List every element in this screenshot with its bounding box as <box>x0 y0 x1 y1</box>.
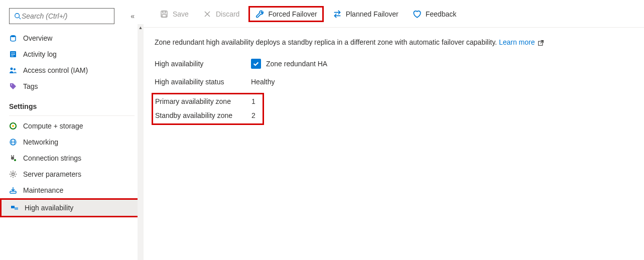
scroll-up-arrow[interactable]: ▲ <box>138 24 144 31</box>
planned-failover-button[interactable]: Planned Failover <box>328 8 404 21</box>
nav-label: Overview <box>23 34 52 42</box>
field-label: Standby availability zone <box>155 111 251 119</box>
field-primary-zone: Primary availability zone 1 <box>155 97 255 105</box>
sidebar-item-networking[interactable]: Networking <box>0 134 144 150</box>
nav-label: Maintenance <box>23 186 63 194</box>
sidebar-item-access-control[interactable]: Access control (IAM) <box>0 62 144 78</box>
compute-icon <box>9 122 17 130</box>
download-icon <box>9 186 17 194</box>
database-icon <box>9 34 17 42</box>
nav-label: Connection strings <box>23 154 81 162</box>
toolbar-label: Planned Failover <box>346 10 399 18</box>
sidebar-item-server-parameters[interactable]: Server parameters <box>0 166 144 182</box>
swap-icon <box>333 10 342 19</box>
tag-icon <box>9 82 17 90</box>
ha-icon <box>11 204 19 212</box>
svg-point-19 <box>12 173 15 176</box>
checkbox-label: Zone redundant HA <box>266 60 327 68</box>
svg-point-8 <box>14 68 16 70</box>
save-icon <box>160 10 169 19</box>
svg-point-18 <box>14 159 16 161</box>
sidebar-item-overview[interactable]: Overview <box>0 30 144 46</box>
sidebar-item-tags[interactable]: Tags <box>0 78 144 94</box>
content: Zone redundant high availability deploys… <box>144 28 644 135</box>
sidebar-item-maintenance[interactable]: Maintenance <box>0 182 144 198</box>
svg-point-2 <box>11 35 16 37</box>
toolbar-label: Forced Failover <box>268 10 317 18</box>
sidebar-item-activity-log[interactable]: Activity log <box>0 46 144 62</box>
scrollbar[interactable]: ▲ <box>138 24 144 260</box>
field-ha-status: High availability status Healthy <box>155 78 633 86</box>
svg-rect-20 <box>10 191 16 193</box>
learn-more-link[interactable]: Learn more <box>499 38 535 46</box>
save-button: Save <box>155 8 194 21</box>
people-icon <box>9 66 17 74</box>
svg-line-1 <box>19 18 21 20</box>
nav-label: Networking <box>23 138 58 146</box>
nav-label: Server parameters <box>23 170 81 178</box>
svg-rect-15 <box>11 157 14 160</box>
globe-icon <box>9 138 17 146</box>
svg-rect-4 <box>11 53 15 53</box>
forced-failover-button[interactable]: Forced Failover <box>250 8 322 21</box>
field-high-availability: High availability Zone redundant HA <box>155 59 633 69</box>
nav-label: High availability <box>25 204 73 212</box>
field-label: High availability <box>155 60 251 68</box>
svg-rect-25 <box>162 15 166 17</box>
field-label: High availability status <box>155 78 251 86</box>
highlight-forced-failover: Forced Failover <box>248 6 323 22</box>
svg-rect-5 <box>11 54 15 55</box>
nav-label: Access control (IAM) <box>23 66 88 74</box>
field-standby-zone: Standby availability zone 2 <box>155 111 255 119</box>
description-text: Zone redundant high availability deploys… <box>155 38 497 46</box>
wrench-icon <box>255 10 264 19</box>
toolbar-label: Discard <box>216 10 239 18</box>
collapse-sidebar-button[interactable]: « <box>131 12 135 20</box>
search-icon <box>14 12 22 20</box>
log-icon <box>9 50 17 58</box>
discard-button: Discard <box>198 8 244 21</box>
feedback-button[interactable]: Feedback <box>408 8 461 21</box>
toolbar-label: Save <box>173 10 189 18</box>
settings-section-header: Settings <box>0 94 144 113</box>
field-value: 2 <box>251 111 255 119</box>
sidebar: « Overview Activity log Access control (… <box>0 0 144 260</box>
field-value: Healthy <box>251 78 275 86</box>
field-value: 1 <box>251 97 255 105</box>
toolbar: Save Discard Forced Failover Planned Fai… <box>144 0 644 28</box>
svg-point-9 <box>11 84 12 85</box>
external-link-icon <box>538 40 544 46</box>
svg-rect-22 <box>15 207 18 210</box>
nav-label: Compute + storage <box>23 122 83 130</box>
svg-rect-24 <box>163 11 166 13</box>
field-label: Primary availability zone <box>155 97 251 105</box>
plug-icon <box>9 154 17 162</box>
main-pane: Save Discard Forced Failover Planned Fai… <box>144 0 644 260</box>
sidebar-item-connection-strings[interactable]: Connection strings <box>0 150 144 166</box>
svg-point-7 <box>11 68 13 70</box>
nav-label: Tags <box>23 82 38 90</box>
sidebar-item-compute-storage[interactable]: Compute + storage <box>0 118 144 134</box>
description: Zone redundant high availability deploys… <box>155 38 633 48</box>
svg-point-11 <box>12 125 14 127</box>
close-icon <box>203 10 212 19</box>
gear-icon <box>9 170 17 178</box>
search-box[interactable] <box>9 8 114 24</box>
highlight-zones: Primary availability zone 1 Standby avai… <box>152 93 264 125</box>
search-input[interactable] <box>22 12 110 20</box>
svg-rect-6 <box>11 56 14 56</box>
zone-redundant-checkbox[interactable] <box>251 59 261 69</box>
divider <box>9 115 135 116</box>
highlight-high-availability: High availability <box>0 198 144 217</box>
svg-rect-21 <box>11 206 15 208</box>
nav-label: Activity log <box>23 50 57 58</box>
toolbar-label: Feedback <box>426 10 456 18</box>
heart-icon <box>413 10 422 19</box>
sidebar-item-high-availability[interactable]: High availability <box>2 200 142 216</box>
svg-point-0 <box>15 14 20 18</box>
